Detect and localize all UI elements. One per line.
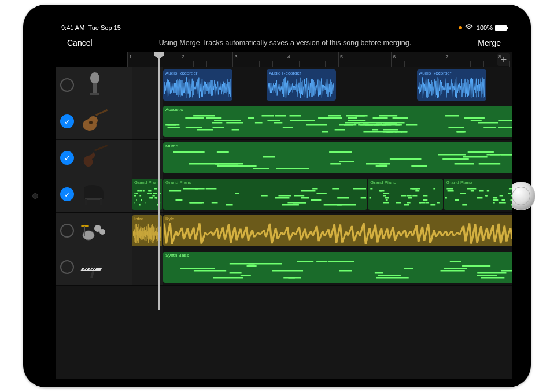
svg-rect-142 (154, 193, 157, 194)
svg-rect-265 (450, 261, 461, 262)
region-clip[interactable]: Audio Recorder (417, 69, 486, 101)
track-lane[interactable]: Grand PianoGrand PianoGrand PianoGrand P… (132, 176, 512, 212)
svg-rect-214 (502, 199, 506, 201)
svg-rect-50 (268, 120, 280, 121)
svg-rect-252 (213, 277, 243, 279)
track-select-checkbox[interactable] (60, 78, 74, 92)
svg-rect-261 (376, 277, 408, 279)
svg-rect-260 (404, 268, 413, 269)
svg-rect-75 (464, 117, 483, 119)
svg-rect-126 (154, 188, 157, 190)
wifi-icon (465, 24, 473, 31)
svg-rect-198 (386, 199, 388, 201)
svg-rect-186 (437, 202, 440, 204)
svg-rect-42 (165, 124, 179, 126)
track-lane[interactable]: IntroKyle (132, 213, 512, 249)
bar-label: 4 (287, 54, 290, 60)
region-clip[interactable]: Muted (163, 142, 512, 173)
svg-rect-121 (152, 195, 154, 197)
region-clip[interactable]: Grand Piano (368, 179, 443, 210)
track-select-checkbox[interactable]: ✓ (60, 114, 74, 128)
svg-rect-106 (263, 156, 275, 158)
grand-piano-icon[interactable] (79, 181, 111, 208)
region-clip[interactable]: Kyle (163, 215, 512, 246)
svg-rect-116 (85, 198, 102, 200)
region-clip[interactable]: Grand Piano (163, 179, 367, 210)
svg-rect-70 (335, 129, 345, 131)
svg-rect-60 (294, 120, 315, 121)
svg-rect-63 (471, 120, 482, 121)
svg-rect-143 (160, 193, 161, 194)
svg-rect-114 (443, 158, 453, 160)
svg-rect-213 (493, 202, 495, 204)
svg-rect-8 (348, 120, 365, 121)
svg-rect-102 (479, 163, 500, 165)
synth-keyboard-icon[interactable] (79, 254, 111, 280)
svg-rect-136 (139, 195, 141, 197)
svg-rect-227 (485, 195, 488, 197)
svg-rect-44 (255, 122, 263, 124)
bass-guitar-icon[interactable] (79, 145, 111, 171)
svg-rect-273 (378, 275, 401, 276)
svg-rect-109 (411, 165, 427, 167)
svg-rect-82 (457, 131, 466, 133)
svg-rect-187 (431, 204, 436, 206)
svg-rect-46 (274, 122, 282, 124)
ipad-frame: 9:41 AM Tue Sep 15 100% Cancel Using Mer… (0, 0, 554, 392)
svg-rect-272 (230, 272, 242, 274)
svg-rect-221 (479, 190, 484, 192)
region-clip[interactable]: Acoustic (163, 106, 512, 137)
svg-rect-43 (348, 117, 357, 119)
svg-rect-51 (406, 124, 417, 126)
svg-rect-38 (186, 127, 202, 128)
svg-rect-55 (214, 120, 234, 121)
drum-kit-icon[interactable] (79, 217, 111, 244)
merge-button[interactable]: Merge (474, 38, 504, 48)
svg-rect-117 (85, 199, 87, 205)
clip-label: Acoustic (165, 107, 183, 112)
region-clip[interactable]: Audio Recorder (267, 69, 336, 101)
bar-label: 3 (234, 54, 237, 60)
svg-rect-159 (212, 202, 218, 204)
svg-rect-210 (477, 197, 483, 199)
svg-rect-196 (426, 202, 429, 204)
svg-rect-157 (275, 197, 289, 199)
region-clip[interactable]: Synth Bass (163, 252, 512, 283)
playhead[interactable] (158, 52, 160, 310)
svg-rect-103 (366, 163, 387, 165)
region-clip[interactable]: Grand Piano (444, 179, 512, 210)
svg-rect-92 (455, 163, 474, 165)
status-bar: 9:41 AM Tue Sep 15 100% (56, 22, 512, 34)
track-lane[interactable]: Synth Bass (132, 249, 512, 285)
svg-rect-266 (230, 263, 255, 265)
microphone-icon[interactable] (79, 72, 111, 98)
track-select-checkbox[interactable]: ✓ (60, 151, 74, 165)
svg-rect-111 (217, 165, 239, 167)
cancel-button[interactable]: Cancel (64, 38, 96, 48)
header-message: Using Merge Tracks automatically saves a… (96, 39, 475, 47)
svg-rect-250 (477, 275, 497, 276)
track-header (56, 249, 132, 285)
track-select-checkbox[interactable] (60, 224, 74, 238)
track-select-checkbox[interactable] (60, 260, 74, 274)
track-select-checkbox[interactable]: ✓ (60, 187, 74, 201)
track-lane[interactable]: Audio RecorderAudio RecorderAudio Record… (132, 67, 512, 103)
svg-rect-133 (152, 197, 153, 199)
svg-rect-207 (460, 193, 466, 194)
track-lane[interactable]: Acoustic (132, 103, 512, 139)
svg-rect-181 (404, 204, 409, 206)
svg-rect-28 (212, 127, 224, 128)
clip-label: Grand Piano (446, 180, 472, 185)
svg-rect-65 (339, 124, 356, 126)
timeline-ruler[interactable]: + 12345678 (127, 52, 512, 68)
svg-rect-72 (212, 122, 222, 124)
track-row: ✓Grand PianoGrand PianoGrand PianoGrand … (56, 176, 512, 213)
track-lane[interactable]: Muted (132, 140, 512, 176)
svg-rect-258 (501, 270, 512, 272)
svg-rect-263 (339, 270, 352, 272)
track-header (56, 213, 132, 249)
region-clip[interactable]: Audio Recorder (163, 69, 232, 101)
svg-rect-195 (416, 188, 421, 190)
acoustic-guitar-icon[interactable] (79, 108, 111, 135)
svg-rect-162 (195, 188, 205, 190)
